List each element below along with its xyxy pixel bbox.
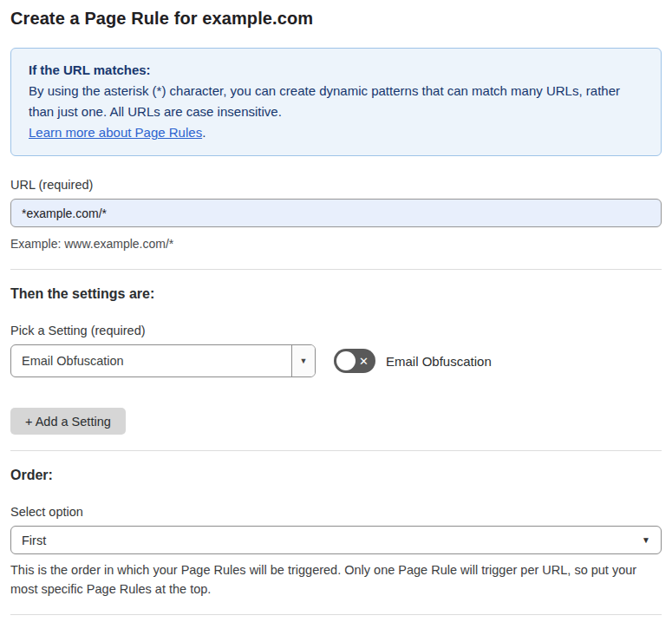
setting-dropdown-arrow-button[interactable]: ▼ [291, 345, 315, 376]
order-select[interactable]: First ▼ [10, 526, 662, 554]
order-select-label: Select option [10, 505, 662, 519]
pick-setting-label: Pick a Setting (required) [10, 324, 662, 337]
link-suffix: . [202, 125, 206, 140]
email-obfuscation-toggle[interactable]: ✕ [334, 349, 375, 373]
info-box-heading: If the URL matches: [29, 60, 643, 81]
toggle-label: Email Obfuscation [386, 354, 492, 369]
divider [10, 269, 662, 270]
add-setting-button[interactable]: + Add a Setting [10, 408, 126, 435]
divider [10, 450, 662, 451]
url-example-text: Example: www.example.com/* [10, 234, 662, 253]
info-box-body: By using the asterisk (*) character, you… [29, 81, 643, 122]
page-title: Create a Page Rule for example.com [10, 9, 662, 29]
setting-dropdown[interactable]: Email Obfuscation ▼ [10, 344, 316, 377]
order-help-text: This is the order in which your Page Rul… [10, 560, 662, 599]
chevron-down-icon: ▼ [300, 357, 308, 365]
learn-more-link[interactable]: Learn more about Page Rules [29, 125, 202, 140]
setting-row: Email Obfuscation ▼ ✕ Email Obfuscation [10, 344, 662, 377]
info-box-link-line: Learn more about Page Rules. [29, 122, 643, 143]
setting-dropdown-value: Email Obfuscation [11, 345, 291, 376]
toggle-knob [336, 351, 356, 370]
url-field-label: URL (required) [10, 178, 662, 192]
email-obfuscation-toggle-group: ✕ Email Obfuscation [334, 349, 492, 373]
settings-section-heading: Then the settings are: [10, 286, 662, 302]
divider [10, 614, 662, 615]
url-matches-info-box: If the URL matches: By using the asteris… [10, 48, 662, 156]
url-input[interactable] [10, 199, 662, 227]
toggle-off-x-icon: ✕ [359, 349, 369, 373]
create-page-rule-form: Create a Page Rule for example.com If th… [0, 0, 672, 622]
order-section-heading: Order: [10, 468, 662, 483]
order-select-value: First [22, 534, 46, 547]
add-setting-wrap: + Add a Setting [10, 408, 662, 435]
chevron-down-icon: ▼ [642, 535, 650, 545]
